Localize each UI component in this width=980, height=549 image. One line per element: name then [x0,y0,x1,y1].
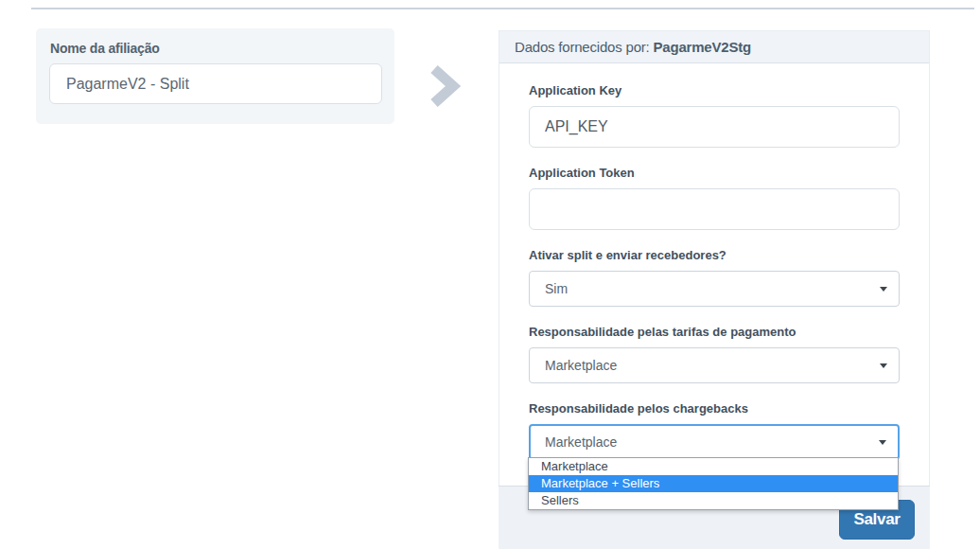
application-token-label: Application Token [529,166,900,180]
chevron-right-icon [428,64,462,108]
split-enabled-group: Ativar split e enviar recebedores? Sim [529,248,900,307]
fee-responsibility-label: Responsabilidade pelas tarifas de pagame… [529,325,900,339]
chargeback-dropdown-popup: Marketplace Marketplace + Sellers Seller… [528,457,899,510]
dropdown-arrow-icon [880,287,887,292]
chargeback-responsibility-label: Responsabilidade pelos chargebacks [529,401,900,416]
affiliation-name-label: Nome da afiliação [50,41,160,56]
application-token-group: Application Token [529,166,900,230]
dropdown-arrow-icon [879,440,886,445]
fee-responsibility-selected-value: Marketplace [545,358,617,373]
dropdown-option-marketplace[interactable]: Marketplace [529,458,898,475]
top-divider [31,8,974,9]
affiliation-name-input[interactable] [49,63,382,104]
chargeback-responsibility-selected-value: Marketplace [545,434,617,450]
chargeback-responsibility-select[interactable]: Marketplace [529,424,900,460]
provider-panel-header: Dados fornecidos por: PagarmeV2Stg [499,31,929,63]
application-key-group: Application Key [529,83,900,148]
affiliation-panel: Nome da afiliação [36,28,394,124]
provider-name: PagarmeV2Stg [654,39,751,55]
dropdown-option-sellers[interactable]: Sellers [529,492,898,509]
fee-responsibility-group: Responsabilidade pelas tarifas de pagame… [529,325,900,383]
provider-header-prefix: Dados fornecidos por: [515,39,650,55]
dropdown-option-marketplace-sellers[interactable]: Marketplace + Sellers [529,475,898,492]
provider-data-panel: Dados fornecidos por: PagarmeV2Stg Appli… [499,30,930,486]
split-enabled-label: Ativar split e enviar recebedores? [529,248,900,262]
fee-responsibility-select[interactable]: Marketplace [529,347,900,383]
provider-panel-body: Application Key Application Token Ativar… [499,63,929,460]
application-key-label: Application Key [529,83,900,97]
application-token-input[interactable] [529,188,900,230]
split-enabled-selected-value: Sim [545,281,568,296]
application-key-input[interactable] [529,106,900,148]
dropdown-arrow-icon [880,363,887,368]
split-enabled-select[interactable]: Sim [529,271,900,307]
chargeback-responsibility-group: Responsabilidade pelos chargebacks Marke… [529,401,900,460]
